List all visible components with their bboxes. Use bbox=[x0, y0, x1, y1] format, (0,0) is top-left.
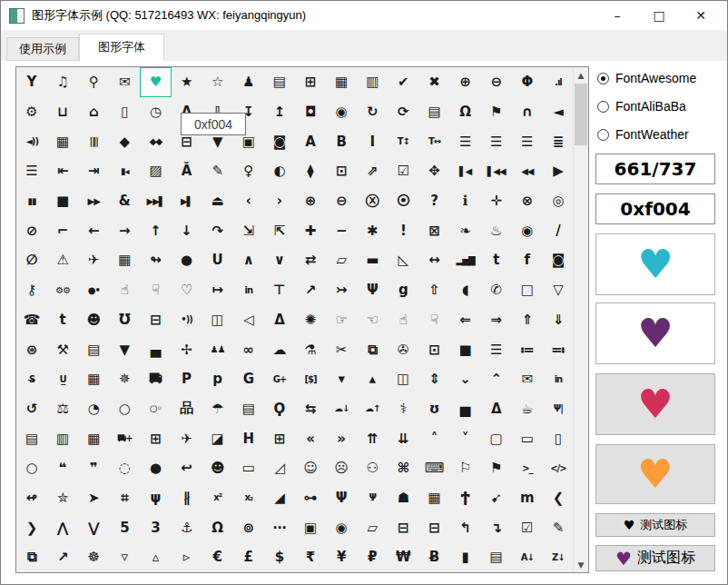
icon-bar-chart[interactable]: ▂▅▇ bbox=[450, 245, 481, 275]
icon-rss-square[interactable]: ▣ bbox=[295, 512, 326, 542]
icon-caret-up[interactable]: ▴ bbox=[357, 364, 388, 394]
icon-user-md[interactable]: ⚕ bbox=[388, 394, 418, 424]
icon-comment-o[interactable]: ○ bbox=[109, 394, 140, 424]
icon-pencil[interactable]: ✎ bbox=[202, 156, 233, 186]
icon-chevron-circle-up[interactable]: ⋀ bbox=[47, 512, 78, 542]
icon-lightbulb-o[interactable]: Ϙ bbox=[264, 394, 295, 424]
icon-asterisk[interactable]: ✱ bbox=[357, 215, 388, 245]
icon-github-alt[interactable]: ☻ bbox=[202, 453, 233, 483]
icon-crosshairs[interactable]: ✛ bbox=[481, 186, 512, 216]
icon-star-half-o[interactable]: ✮ bbox=[47, 483, 78, 513]
icon-fast-backward[interactable]: ▌◀◀ bbox=[481, 156, 512, 186]
icon-microphone[interactable]: Ψ bbox=[326, 483, 357, 513]
icon-magnet[interactable]: U bbox=[202, 245, 233, 275]
icon-spinner[interactable]: ◌ bbox=[109, 453, 140, 483]
icon-arrow-circle-left[interactable]: ⇐ bbox=[450, 305, 481, 335]
icon-folder-open-o[interactable]: ◿ bbox=[264, 453, 295, 483]
icon-fire-extinguisher[interactable]: Ϯ bbox=[450, 483, 481, 513]
icon-wrench[interactable]: ⚒ bbox=[47, 334, 78, 364]
icon-link[interactable]: ∞ bbox=[233, 334, 264, 364]
icon-check[interactable]: ✔ bbox=[388, 67, 418, 97]
icon-align-justify[interactable]: ≣ bbox=[543, 126, 574, 156]
icon-desktop[interactable]: ▢ bbox=[481, 423, 512, 453]
icon-folder-open[interactable]: ◺ bbox=[388, 245, 418, 275]
icon-sort-asc[interactable]: ⌃ bbox=[481, 364, 512, 394]
icon-bars[interactable]: ☰ bbox=[481, 334, 512, 364]
icon-home[interactable]: ⌂ bbox=[78, 97, 109, 127]
icon-picture-o[interactable]: ▨ bbox=[140, 156, 171, 186]
icon-github[interactable]: ☻ bbox=[78, 305, 109, 335]
icon-underline[interactable]: U̲ bbox=[47, 364, 78, 394]
scroll-down-arrow-icon[interactable]: ▼ bbox=[574, 557, 588, 572]
icon-caret-square-o-right[interactable]: ▹ bbox=[172, 542, 202, 572]
icon-google-plus-square[interactable]: G bbox=[233, 364, 264, 394]
icon-jpy[interactable]: ¥ bbox=[326, 542, 357, 572]
icon-check-circle[interactable]: ⦿ bbox=[388, 186, 418, 216]
icon-circle-o[interactable]: ○ bbox=[16, 453, 47, 483]
icon-sign-out[interactable]: ↦ bbox=[202, 275, 233, 305]
icon-clock-o[interactable]: ◷ bbox=[140, 97, 171, 127]
icon-text-height[interactable]: T↕ bbox=[388, 126, 418, 156]
icon-glass[interactable]: Y bbox=[16, 67, 47, 97]
icon-comments-o[interactable]: ○◦ bbox=[140, 394, 171, 424]
icon-twitter[interactable]: t bbox=[47, 305, 78, 335]
icon-caret-down[interactable]: ▾ bbox=[326, 364, 357, 394]
icon-github-square[interactable]: g bbox=[388, 275, 418, 305]
scroll-up-arrow-icon[interactable]: ▲ bbox=[574, 67, 588, 83]
icon-ticket[interactable]: ▱ bbox=[357, 512, 388, 542]
icon-floppy-o[interactable]: ⊡ bbox=[418, 334, 449, 364]
icon-laptop[interactable]: ▭ bbox=[512, 423, 543, 453]
icon-glyph-fallback[interactable]: / bbox=[543, 215, 574, 245]
icon-shopping-cart[interactable]: ▱ bbox=[326, 245, 357, 275]
icon-strikethrough[interactable]: S̶ bbox=[16, 364, 47, 394]
icon-angle-double-right[interactable]: » bbox=[326, 423, 357, 453]
icon-tags[interactable]: ◆◆ bbox=[140, 126, 171, 156]
icon-comment[interactable]: ● bbox=[172, 245, 202, 275]
icon-angle-double-down[interactable]: ⇊ bbox=[388, 423, 418, 453]
icon-calendar[interactable]: ▦ bbox=[109, 245, 140, 275]
icon-chain-broken[interactable]: ∦ bbox=[172, 483, 202, 513]
icon-sitemap[interactable]: 品 bbox=[172, 394, 202, 424]
icon-ambulance[interactable]: ⛟+ bbox=[109, 423, 140, 453]
icon-bold[interactable]: B bbox=[326, 126, 357, 156]
icon-tint[interactable]: ⧫ bbox=[295, 156, 326, 186]
icon-bell-o[interactable]: Δ bbox=[264, 305, 295, 335]
icon-text-width[interactable]: T↔ bbox=[418, 126, 449, 156]
icon-truck[interactable]: ⛟ bbox=[140, 364, 171, 394]
icon-external-link-square[interactable]: ⧉ bbox=[16, 542, 47, 572]
icon-sort[interactable]: ⇕ bbox=[418, 364, 449, 394]
icon-star[interactable]: ★ bbox=[172, 67, 202, 97]
icon-repeat[interactable]: ↻ bbox=[357, 97, 388, 127]
icon-list-ul[interactable]: ≔ bbox=[512, 334, 543, 364]
icon-hand-o-down[interactable]: ☟ bbox=[418, 305, 449, 335]
icon-reply-all[interactable]: ↫ bbox=[16, 483, 47, 513]
icon-phone-square[interactable]: ☎ bbox=[16, 305, 47, 335]
icon-credit-card[interactable]: ⊟ bbox=[140, 305, 171, 335]
icon-signal[interactable]: .ıl bbox=[543, 67, 574, 97]
icon-times[interactable]: ✖ bbox=[418, 67, 449, 97]
icon-fast-forward[interactable]: ▶▶▌ bbox=[140, 186, 171, 216]
icon-upload[interactable]: ⇧ bbox=[418, 275, 449, 305]
icon-hdd-o[interactable]: ◫ bbox=[202, 305, 233, 335]
icon-music[interactable]: ♫ bbox=[47, 67, 78, 97]
icon-cloud-download[interactable]: ☁↓ bbox=[326, 394, 357, 424]
icon-bullseye[interactable]: ⊚ bbox=[233, 512, 264, 542]
icon-th[interactable]: ▦ bbox=[326, 67, 357, 97]
icon-table[interactable]: ▦ bbox=[78, 364, 109, 394]
icon-search-minus[interactable]: ⊖ bbox=[481, 67, 512, 97]
icon-minus-circle[interactable]: ⊖ bbox=[326, 186, 357, 216]
icon-puzzle-piece[interactable]: ⊶ bbox=[295, 483, 326, 513]
icon-calendar-o[interactable]: ▦ bbox=[418, 483, 449, 513]
icon-hospital-o[interactable]: ▦ bbox=[78, 423, 109, 453]
icon-headphones[interactable]: ∩ bbox=[512, 97, 543, 127]
icon-map-marker[interactable]: ♀ bbox=[233, 156, 264, 186]
icon-step-forward[interactable]: ▶▌ bbox=[172, 186, 202, 216]
test-icon-button-large[interactable]: ♥ 测试图标 bbox=[595, 545, 715, 571]
icon-times-circle-o[interactable]: ⊗ bbox=[512, 186, 543, 216]
icon-hand-o-left[interactable]: ☜ bbox=[357, 305, 388, 335]
icon-file-text[interactable]: ▤ bbox=[481, 542, 512, 572]
icon-location-arrow[interactable]: ➤ bbox=[78, 483, 109, 513]
icon-files-o[interactable]: ⧉ bbox=[357, 334, 388, 364]
icon-inbox[interactable]: ◘ bbox=[295, 97, 326, 127]
icon-eye-slash[interactable]: ∅ bbox=[16, 245, 47, 275]
